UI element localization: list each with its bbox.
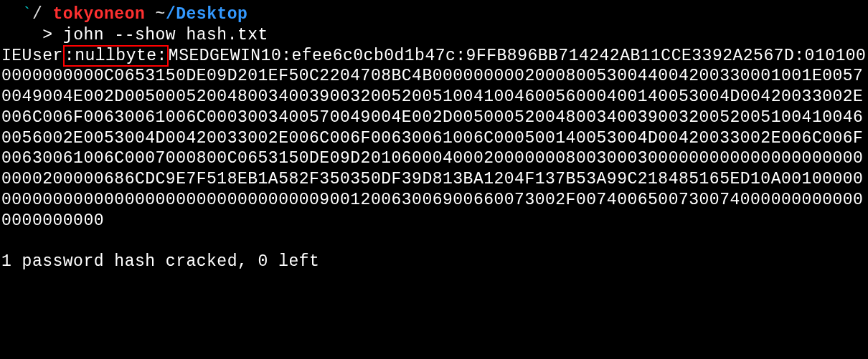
output-highlight: :nullbyte:	[65, 47, 167, 65]
prompt-slash2: /	[166, 5, 176, 24]
output-line: IEUser:nullbyte:MSEDGEWIN10:efee6c0cb0d1…	[1, 46, 867, 231]
blank-line	[1, 231, 867, 252]
command-line[interactable]: > john --show hash.txt	[1, 25, 867, 46]
prompt-tilde: ~	[156, 5, 166, 24]
prompt-line: `/ tokyoneon ~/Desktop	[1, 4, 867, 25]
prompt-slash: /	[32, 5, 42, 24]
command-text: john --show hash.txt	[63, 26, 268, 44]
prompt-dir: Desktop	[176, 5, 247, 24]
output-prefix: IEUser	[1, 47, 63, 65]
prompt-user: tokyoneon	[53, 5, 146, 24]
command-prefix: >	[1, 26, 63, 44]
output-hash: MSEDGEWIN10:efee6c0cb0d1b47c:9FFB896BB71…	[1, 47, 866, 230]
cracked-password-highlight: :nullbyte:	[63, 45, 169, 67]
prompt-backtick: `	[22, 5, 32, 24]
summary-line: 1 password hash cracked, 0 left	[1, 252, 867, 272]
